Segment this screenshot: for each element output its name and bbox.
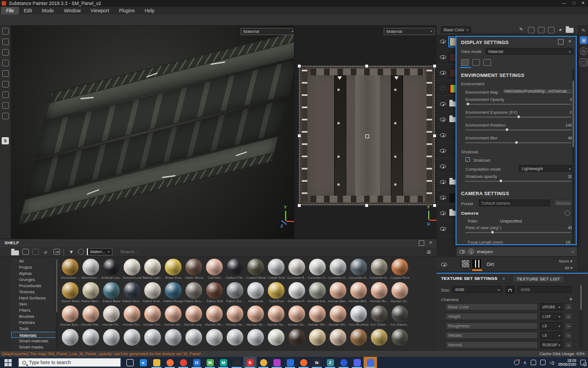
- channel-format-dropdown[interactable]: L8▾: [540, 322, 562, 330]
- shelf-category-hard-surfaces[interactable]: Hard Surfaces: [11, 295, 58, 301]
- viewer-settings-icon[interactable]: [2, 113, 9, 119]
- material-tile[interactable]: [287, 328, 307, 351]
- material-tile[interactable]: [101, 328, 122, 351]
- transform-handle[interactable]: [365, 64, 369, 68]
- taskbar-app-active-window[interactable]: [364, 357, 377, 368]
- material-tile[interactable]: Aluminium ...: [81, 258, 101, 281]
- start-button[interactable]: [4, 359, 12, 366]
- material-tile[interactable]: Artificial Lea...: [101, 258, 122, 281]
- transform-handle[interactable]: [433, 64, 437, 68]
- remove-channel-button[interactable]: −: [565, 303, 572, 311]
- material-tile[interactable]: Fabric Bam...: [81, 282, 101, 304]
- slider-track[interactable]: [465, 232, 571, 233]
- slider-knob[interactable]: [517, 115, 521, 119]
- task-view-button[interactable]: [123, 357, 136, 368]
- material-tile[interactable]: Human He...: [163, 305, 184, 328]
- taskbar-app-affinity-designer[interactable]: [270, 357, 283, 368]
- camera-gear-icon[interactable]: [565, 210, 570, 216]
- visibility-eye-icon[interactable]: [440, 102, 446, 106]
- material-tile[interactable]: Fabric Deni...: [122, 282, 143, 304]
- visibility-eye-icon[interactable]: [440, 86, 446, 90]
- material-tile[interactable]: Fabric Sui...: [225, 282, 246, 304]
- material-tile[interactable]: [225, 328, 246, 351]
- computation-mode-dropdown[interactable]: Lightweight▾: [519, 165, 574, 172]
- channel-format-dropdown[interactable]: sRGB8▾: [540, 303, 562, 311]
- add-layer-icon[interactable]: [538, 27, 545, 33]
- taskbar-app-edge[interactable]: e: [136, 357, 150, 368]
- material-tile[interactable]: Concrete D...: [328, 258, 349, 281]
- taskbar-app-chrome[interactable]: [177, 357, 190, 368]
- viewport-2d[interactable]: Material▾ Y X U: [294, 26, 437, 239]
- material-tile[interactable]: [390, 328, 410, 351]
- lock-icon[interactable]: [506, 286, 514, 293]
- volume-tray-icon[interactable]: ◁): [550, 360, 555, 365]
- channel-name-field[interactable]: Normal: [445, 341, 538, 348]
- edit-icon[interactable]: ✎: [580, 27, 587, 34]
- menu-edit[interactable]: Edit: [19, 7, 37, 14]
- channel-name-field[interactable]: Metallic: [445, 332, 538, 339]
- tag-close-icon[interactable]: ×: [107, 249, 110, 254]
- material-tile[interactable]: Iron Diamo...: [390, 305, 410, 328]
- hide-icon[interactable]: ⌀: [42, 249, 49, 255]
- material-tile[interactable]: Iron Chain...: [369, 305, 390, 328]
- material-tile[interactable]: Ground Gra...: [307, 282, 328, 304]
- material-tile[interactable]: Human Ne...: [225, 305, 246, 328]
- shelf-category-smart-materials[interactable]: Smart materials: [11, 338, 58, 344]
- menu-file[interactable]: File: [1, 7, 19, 14]
- clock[interactable]: 18:09 05/06/2020: [558, 359, 576, 366]
- menu-help[interactable]: Help: [140, 7, 159, 14]
- transform-handle[interactable]: [297, 64, 301, 68]
- taskbar-app-houdini[interactable]: [297, 357, 310, 368]
- material-tile[interactable]: Brass Pure: [163, 258, 184, 281]
- material-tile[interactable]: Fabric Base: [101, 282, 122, 304]
- transform-center-handle[interactable]: [365, 134, 369, 138]
- taskbar-app-firefox[interactable]: [163, 357, 177, 368]
- shelf-category-particles[interactable]: Particles: [11, 319, 58, 326]
- shadows-checkbox[interactable]: ✓: [465, 157, 470, 162]
- visibility-eye-icon[interactable]: [440, 40, 446, 43]
- close-button[interactable]: ✕: [579, 0, 587, 7]
- material-tile[interactable]: [184, 328, 204, 351]
- visibility-eye-icon[interactable]: [440, 133, 446, 137]
- panel-close-icon[interactable]: ×: [569, 38, 571, 44]
- shelf-category-procedurals[interactable]: Procedurals: [11, 283, 58, 289]
- material-tile[interactable]: [122, 328, 143, 351]
- taskbar-search[interactable]: Type here to search: [18, 358, 121, 367]
- material-tile[interactable]: [349, 328, 369, 351]
- material-tile[interactable]: Gold Pure: [266, 282, 287, 304]
- taskbar-app-app-yellow[interactable]: [257, 357, 270, 368]
- texture-set-scrollbar[interactable]: [580, 285, 582, 349]
- material-tile[interactable]: Fabric Rough: [163, 282, 184, 304]
- slider-track[interactable]: [465, 181, 571, 182]
- polygon-fill-tool-icon[interactable]: [2, 60, 9, 66]
- material-tile[interactable]: Human Eye...: [60, 305, 81, 328]
- transform-handle[interactable]: [297, 204, 301, 207]
- transform-handle[interactable]: [433, 134, 437, 138]
- layer-row-dirt[interactable]: Dirt Norm ▾ 48 ▾: [437, 257, 578, 272]
- viewport-3d[interactable]: Material▾ Y X Z: [11, 26, 294, 239]
- material-tile[interactable]: Fabric Rou...: [184, 282, 204, 304]
- minimize-button[interactable]: —: [560, 0, 568, 7]
- material-tile[interactable]: Human Bu...: [369, 282, 390, 304]
- material-tile[interactable]: Concrete Cl...: [307, 258, 328, 281]
- network-tray-icon[interactable]: [540, 360, 546, 365]
- open-shelf-folder-icon[interactable]: [11, 250, 19, 255]
- shader-mode-2d-dropdown[interactable]: Material▾: [384, 28, 435, 35]
- channel-name-field[interactable]: Base Color: [445, 303, 538, 311]
- material-picker-icon[interactable]: [2, 91, 9, 98]
- shelf-category-materials[interactable]: Materials: [11, 332, 58, 338]
- visibility-eye-icon[interactable]: [440, 211, 446, 215]
- material-tile[interactable]: [60, 328, 81, 351]
- menu-plugins[interactable]: Plugins: [114, 7, 140, 14]
- material-tile[interactable]: Human Leg...: [184, 305, 204, 328]
- material-tile[interactable]: Aluminium ...: [60, 258, 81, 281]
- visibility-eye-icon[interactable]: [440, 71, 446, 75]
- taskbar-app-outlook[interactable]: O: [190, 357, 203, 368]
- material-tile[interactable]: [163, 328, 184, 351]
- taskbar-app-app-m-green[interactable]: M: [203, 357, 217, 368]
- slider-track[interactable]: [465, 142, 571, 143]
- visibility-eye-icon[interactable]: [440, 55, 446, 59]
- material-tile[interactable]: Fabric Soft: [204, 282, 225, 304]
- material-tile[interactable]: Fabric Knitt...: [143, 282, 163, 304]
- grid-view-icon[interactable]: ⊞: [425, 249, 432, 255]
